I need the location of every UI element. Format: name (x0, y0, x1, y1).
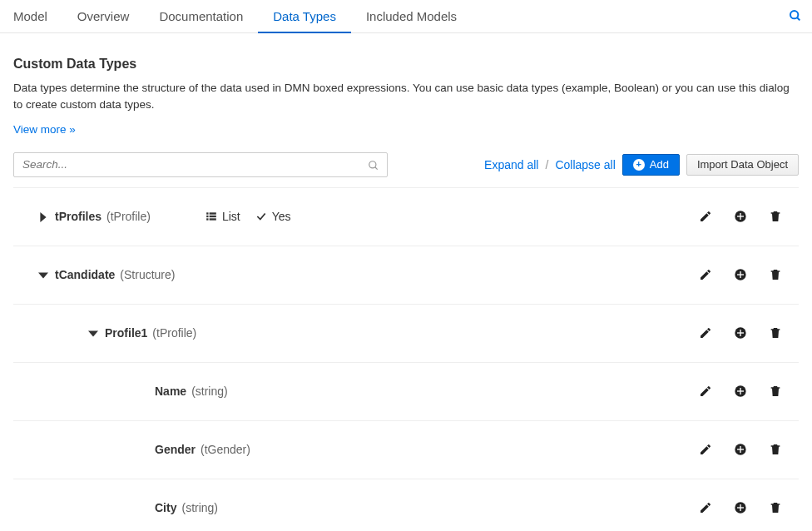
data-type-type: (tProfile) (106, 210, 151, 223)
data-type-name: Name (155, 385, 186, 398)
add-nested-icon[interactable] (734, 501, 747, 514)
delete-icon[interactable] (769, 443, 782, 456)
tab-included-models[interactable]: Included Models (351, 0, 472, 33)
svg-rect-8 (206, 218, 208, 220)
search-field-icon (368, 158, 379, 171)
svg-line-1 (797, 17, 800, 20)
tab-documentation[interactable]: Documentation (144, 0, 258, 33)
data-type-row: tCandidate (Structure) (13, 246, 799, 305)
delete-icon[interactable] (769, 385, 782, 398)
data-type-name: Gender (155, 443, 196, 456)
svg-point-0 (790, 11, 798, 18)
chevron-right-icon[interactable] (38, 210, 55, 223)
add-nested-icon[interactable] (734, 443, 747, 456)
data-type-row: City (string) (13, 479, 799, 532)
svg-rect-7 (210, 216, 216, 217)
data-type-name: tCandidate (55, 268, 115, 281)
data-type-row: tProfiles (tProfile) List Yes (13, 188, 799, 246)
data-type-name: tProfiles (55, 210, 102, 223)
delete-icon[interactable] (769, 210, 782, 223)
delete-icon[interactable] (769, 326, 782, 340)
collapse-all-link[interactable]: Collapse all (555, 158, 615, 171)
svg-rect-6 (206, 216, 208, 217)
data-type-type: (tGender) (201, 443, 250, 456)
edit-icon[interactable] (699, 326, 712, 340)
add-nested-icon[interactable] (734, 268, 747, 281)
tab-model[interactable]: Model (13, 0, 62, 33)
edit-icon[interactable] (699, 385, 712, 398)
svg-rect-27 (737, 507, 744, 508)
svg-rect-9 (210, 218, 216, 220)
constraint-badge: Yes (255, 210, 291, 223)
edit-icon[interactable] (699, 501, 712, 514)
edit-icon[interactable] (699, 268, 712, 281)
tab-bar: Model Overview Documentation Data Types … (0, 0, 812, 33)
data-type-name: Profile1 (105, 326, 147, 340)
svg-rect-18 (737, 332, 744, 333)
svg-rect-12 (737, 216, 744, 216)
svg-point-2 (369, 161, 376, 168)
delete-icon[interactable] (769, 268, 782, 281)
data-type-name: City (155, 501, 176, 514)
data-type-type: (string) (191, 385, 228, 398)
edit-icon[interactable] (699, 210, 712, 223)
page-description: Data types determine the structure of th… (13, 80, 795, 114)
data-type-type: (string) (181, 501, 218, 514)
add-button-label: Add (650, 158, 669, 171)
data-type-row: Profile1 (tProfile) (13, 305, 799, 363)
data-type-row: Name (string) (13, 363, 799, 421)
svg-line-3 (375, 167, 378, 170)
chevron-down-icon[interactable] (88, 326, 105, 340)
toolbar-right: Expand all / Collapse all + Add Import D… (484, 154, 799, 176)
add-nested-icon[interactable] (734, 210, 747, 223)
expand-all-link[interactable]: Expand all (484, 158, 538, 171)
data-type-list: tProfiles (tProfile) List Yes (13, 187, 799, 532)
page-title: Custom Data Types (13, 57, 799, 72)
search-icon[interactable] (789, 8, 802, 22)
separator: / (545, 158, 548, 171)
data-type-type: (Structure) (120, 268, 175, 281)
view-more-link[interactable]: View more » (13, 123, 76, 136)
data-type-type: (tProfile) (152, 326, 196, 340)
add-nested-icon[interactable] (734, 326, 747, 340)
add-nested-icon[interactable] (734, 385, 747, 398)
edit-icon[interactable] (699, 443, 712, 456)
chevron-down-icon[interactable] (38, 268, 55, 281)
svg-rect-21 (737, 390, 744, 391)
content-area: Custom Data Types Data types determine t… (0, 33, 812, 531)
svg-rect-4 (206, 212, 208, 214)
import-data-object-button[interactable]: Import Data Object (686, 154, 799, 176)
data-type-row: Gender (tGender) (13, 421, 799, 479)
svg-rect-5 (210, 212, 216, 214)
search-wrap (13, 152, 388, 177)
list-badge: List (205, 210, 240, 223)
svg-rect-15 (737, 274, 744, 275)
plus-icon: + (633, 159, 645, 171)
delete-icon[interactable] (769, 501, 782, 514)
add-button[interactable]: + Add (622, 154, 680, 176)
toolbar: Expand all / Collapse all + Add Import D… (13, 152, 799, 177)
tab-data-types[interactable]: Data Types (258, 0, 351, 33)
svg-rect-24 (737, 449, 744, 449)
tab-overview[interactable]: Overview (62, 0, 145, 33)
search-input[interactable] (13, 152, 388, 177)
